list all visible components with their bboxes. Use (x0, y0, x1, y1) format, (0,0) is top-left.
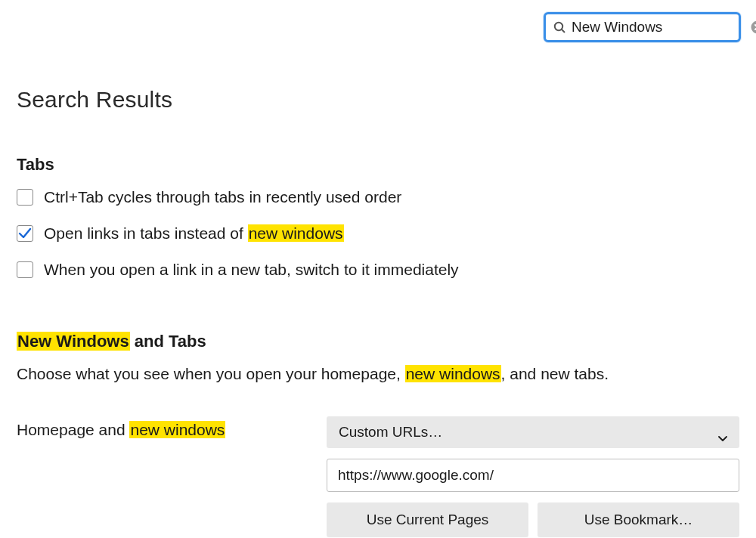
homepage-label: Homepage and new windows (17, 416, 327, 439)
checkbox-row-switch-tab: When you open a link in a new tab, switc… (17, 261, 739, 279)
checkbox-row-ctrl-tab: Ctrl+Tab cycles through tabs in recently… (17, 188, 739, 206)
checkbox-row-open-links: Open links in tabs instead of new window… (17, 224, 739, 243)
select-value: Custom URLs… (339, 424, 442, 440)
page-title: Search Results (17, 87, 739, 113)
homepage-select[interactable]: Custom URLs… (327, 416, 739, 448)
windows-description: Choose what you see when you open your h… (17, 365, 739, 383)
svg-point-2 (751, 21, 757, 34)
search-box[interactable] (544, 12, 741, 42)
checkbox-ctrl-tab[interactable] (17, 189, 33, 206)
chevron-down-icon (718, 429, 727, 435)
checkbox-label: When you open a link in a new tab, switc… (44, 261, 459, 279)
clear-search-icon[interactable] (751, 20, 756, 34)
checkbox-label: Open links in tabs instead of new window… (44, 224, 344, 243)
checkbox-open-links[interactable] (17, 225, 33, 242)
search-input[interactable] (572, 19, 751, 36)
use-bookmark-button[interactable]: Use Bookmark… (538, 502, 739, 537)
use-current-pages-button[interactable]: Use Current Pages (327, 502, 528, 537)
tabs-heading: Tabs (17, 155, 739, 175)
checkbox-label: Ctrl+Tab cycles through tabs in recently… (44, 188, 401, 206)
svg-point-0 (555, 23, 562, 30)
search-icon (553, 21, 565, 33)
windows-heading: New Windows and Tabs (17, 332, 739, 351)
svg-line-1 (562, 29, 565, 32)
checkbox-switch-tab[interactable] (17, 261, 33, 278)
homepage-url-input[interactable] (327, 459, 739, 492)
